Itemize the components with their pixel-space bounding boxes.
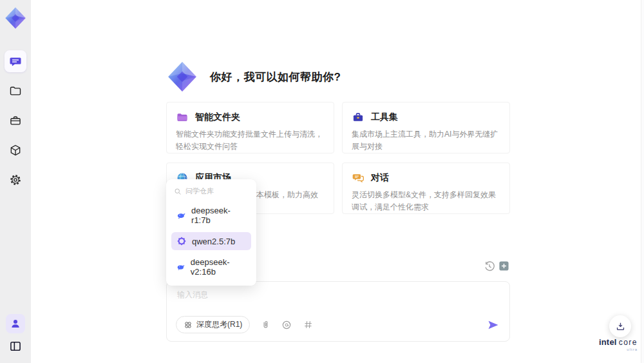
card-title: 工具集 [371, 112, 398, 123]
card-title: 智能文件夹 [195, 112, 240, 123]
model-search-label: 问学仓库 [185, 186, 214, 196]
attach-button[interactable] [260, 319, 271, 331]
sidebar-item-folders[interactable] [5, 80, 26, 102]
greeting: 你好，我可以如何帮助你? [166, 61, 341, 93]
cube-icon [9, 144, 22, 157]
assistant-logo-icon [166, 61, 198, 93]
briefcase-icon [9, 114, 22, 127]
sidebar [0, 0, 31, 363]
history-button[interactable] [484, 260, 495, 272]
paperclip-icon [261, 320, 270, 329]
model-option-label: deepseek-v2:16b [191, 257, 246, 277]
card-description: 集成市场上主流工具，助力AI与外界无缝扩展与对接 [352, 128, 500, 152]
sidebar-item-settings[interactable] [5, 169, 26, 191]
model-option-deepseek-r1[interactable]: deepseek-r1:7b [171, 202, 251, 229]
send-button[interactable] [486, 318, 500, 332]
sidebar-bottom [6, 314, 25, 355]
model-option-qwen[interactable]: qwen2.5:7b [171, 232, 251, 250]
model-option-label: qwen2.5:7b [192, 237, 235, 246]
deep-think-label: 深度思考(R1) [196, 319, 242, 330]
card-dialog[interactable]: 对话 灵活切换多模型&文件，支持多样回复效果调试，满足个性化需求 [342, 162, 510, 214]
model-dropdown: 问学仓库 deepseek-r1:7b qwen2.5:7b [166, 179, 256, 286]
intel-core-logo: intel core ultra [600, 337, 638, 351]
card-description: 智能文件夹功能支持批量文件上传与清洗，轻松实现文件问答 [176, 128, 325, 152]
sidebar-nav [5, 50, 26, 191]
deep-think-toggle[interactable]: 深度思考(R1) [176, 316, 250, 333]
app-window: 你好，我可以如何帮助你? 智能文件夹 智能文件夹功能支持批量文件上传与清洗，轻松… [0, 0, 644, 363]
send-icon [487, 319, 500, 331]
download-button[interactable] [609, 315, 631, 337]
plus-square-icon [498, 260, 509, 271]
new-chat-button[interactable] [498, 260, 509, 271]
download-icon [615, 321, 626, 332]
intel-wordmark: intel [599, 337, 617, 347]
card-title: 对话 [371, 172, 389, 184]
history-icon [484, 260, 495, 272]
sidebar-item-toolbox[interactable] [5, 110, 26, 132]
toolset-icon [352, 111, 365, 124]
window-edge [641, 0, 644, 363]
chat-icon [9, 55, 22, 68]
atom-icon [184, 320, 193, 329]
greeting-text: 你好，我可以如何帮助你? [210, 70, 341, 84]
model-option-label: deepseek-r1:7b [191, 206, 246, 225]
model-option-deepseek-v2[interactable]: deepseek-v2:16b [171, 253, 251, 280]
model-search[interactable]: 问学仓库 [171, 184, 251, 202]
sidebar-item-panel-toggle[interactable] [6, 337, 25, 355]
folder-icon [9, 84, 22, 97]
sidebar-item-models[interactable] [5, 139, 26, 161]
sidebar-item-user[interactable] [6, 314, 25, 333]
at-circle-icon [281, 320, 292, 330]
panel-icon [9, 340, 22, 353]
search-icon [174, 188, 182, 195]
parameters-button[interactable] [302, 319, 314, 331]
gear-icon [9, 173, 22, 186]
deepseek-icon [176, 262, 185, 272]
message-input[interactable] [176, 288, 488, 317]
grid-hash-icon [303, 320, 313, 329]
card-description: 灵活切换多模型&文件，支持多样回复效果调试，满足个性化需求 [352, 189, 500, 213]
dialog-icon [352, 172, 365, 184]
user-icon [10, 318, 21, 329]
smart-folder-icon [176, 111, 189, 124]
app-logo-icon [4, 6, 27, 30]
chat-input-box: 深度思考(R1) [166, 281, 510, 342]
core-wordmark: core [619, 338, 638, 347]
sidebar-item-chat[interactable] [5, 50, 26, 72]
input-actions: 深度思考(R1) [176, 316, 500, 333]
tier-label: ultra [627, 348, 638, 351]
mention-button[interactable] [281, 319, 292, 331]
deepseek-icon [176, 210, 186, 221]
card-smart-folder[interactable]: 智能文件夹 智能文件夹功能支持批量文件上传与清洗，轻松实现文件问答 [166, 102, 334, 153]
qwen-icon [176, 236, 187, 246]
card-toolset[interactable]: 工具集 集成市场上主流工具，助力AI与外界无缝扩展与对接 [342, 102, 510, 153]
